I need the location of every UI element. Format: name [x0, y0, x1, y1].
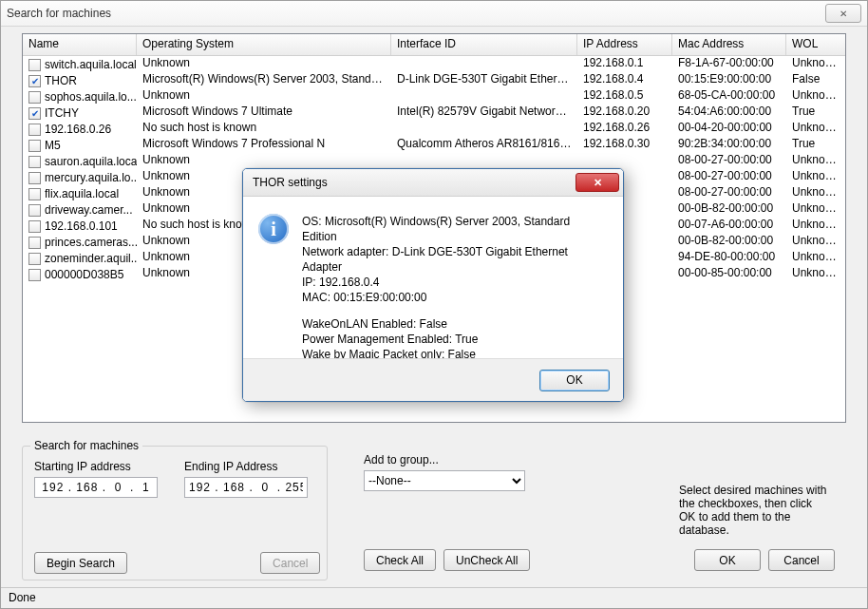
start-ip-input[interactable]: [34, 477, 158, 498]
cell-name: ✔THOR: [23, 72, 137, 88]
cell-ip: 192.168.0.20: [577, 105, 672, 121]
help-text: Select desired machines with the checkbo…: [679, 484, 831, 537]
col-header-os[interactable]: Operating System: [137, 34, 391, 55]
cancel-search-button[interactable]: Cancel: [260, 552, 320, 574]
cell-mac: 54:04:A6:00:00:00: [672, 105, 786, 121]
cell-mac: 08-00-27-00:00:00: [672, 153, 786, 169]
row-checkbox[interactable]: [28, 237, 41, 249]
cell-wol: Unknown: [786, 88, 845, 105]
cell-wol: Unknown: [786, 121, 845, 137]
cell-wol: Unknown: [786, 169, 845, 185]
search-legend: Search for machines: [30, 439, 142, 452]
dialog-line-net: Network adapter: D-Link DGE-530T Gigabit…: [302, 244, 608, 275]
col-header-mac[interactable]: Mac Address: [672, 34, 786, 55]
row-checkbox[interactable]: ✔: [28, 107, 41, 120]
row-name-text: mercury.aquila.lo...: [45, 171, 137, 184]
cell-name: 000000D038B5: [23, 266, 137, 282]
table-row[interactable]: ✔ITCHYMicrosoft Windows 7 UltimateIntel(…: [23, 105, 845, 121]
cell-name: driveway.camer...: [23, 201, 137, 218]
cell-wol: True: [786, 137, 845, 153]
grid-header: Name Operating System Interface ID IP Ad…: [23, 34, 845, 56]
cell-name: sophos.aquila.lo...: [23, 88, 137, 105]
cell-name: 192.168.0.26: [23, 121, 137, 137]
cell-name: switch.aquila.local: [23, 56, 137, 72]
col-header-wol[interactable]: WOL: [786, 34, 845, 55]
table-row[interactable]: ✔THORMicrosoft(R) Windows(R) Server 2003…: [23, 72, 845, 88]
row-name-text: 192.168.0.26: [45, 123, 111, 136]
cell-iface: [391, 153, 577, 169]
close-icon: ✕: [594, 177, 602, 189]
cell-wol: True: [786, 105, 845, 121]
add-to-group: Add to group... --None--: [364, 453, 525, 491]
add-group-select[interactable]: --None--: [364, 470, 525, 491]
dialog-title: THOR settings: [253, 176, 576, 189]
cell-os: Unknown: [137, 88, 391, 105]
col-header-name[interactable]: Name: [23, 34, 137, 55]
cell-name: M5: [23, 137, 137, 153]
row-checkbox[interactable]: [28, 188, 41, 200]
row-name-text: M5: [45, 139, 61, 152]
table-row[interactable]: sophos.aquila.lo...Unknown192.168.0.568-…: [23, 88, 845, 105]
cell-ip: 192.168.0.26: [577, 121, 672, 137]
cell-iface: D-Link DGE-530T Gigabit Ethernet Ad...: [391, 72, 577, 88]
cell-mac: 00-00-85-00:00:00: [672, 266, 786, 282]
cell-iface: [391, 56, 577, 72]
dialog-text: OS: Microsoft(R) Windows(R) Server 2003,…: [302, 214, 608, 362]
cell-os: Microsoft(R) Windows(R) Server 2003, Sta…: [137, 72, 391, 88]
row-checkbox[interactable]: ✔: [28, 75, 41, 87]
cell-ip: [577, 153, 672, 169]
row-checkbox[interactable]: [28, 140, 41, 152]
table-row[interactable]: sauron.aquila.localUnknown08-00-27-00:00…: [23, 153, 845, 169]
row-checkbox[interactable]: [28, 156, 41, 168]
row-name-text: 000000D038B5: [45, 268, 123, 281]
row-name-text: switch.aquila.local: [45, 58, 137, 71]
row-checkbox[interactable]: [28, 220, 41, 233]
end-ip-input[interactable]: [184, 477, 308, 498]
check-all-button[interactable]: Check All: [364, 549, 436, 571]
cell-ip: 192.168.0.30: [577, 137, 672, 153]
table-row[interactable]: switch.aquila.localUnknown192.168.0.1F8-…: [23, 56, 845, 72]
row-checkbox[interactable]: [28, 269, 41, 281]
cell-mac: 94-DE-80-00:00:00: [672, 250, 786, 266]
row-name-text: zoneminder.aquil...: [45, 252, 137, 265]
row-name-text: THOR: [45, 74, 77, 87]
row-checkbox[interactable]: [28, 172, 41, 184]
window-close-button[interactable]: ✕: [825, 4, 861, 23]
table-row[interactable]: M5Microsoft Windows 7 Professional NQual…: [23, 137, 845, 153]
cell-wol: Unknown: [786, 234, 845, 250]
cell-name: mercury.aquila.lo...: [23, 169, 137, 185]
ok-button[interactable]: OK: [694, 549, 761, 571]
cell-wol: Unknown: [786, 185, 845, 201]
info-icon: i: [258, 214, 289, 244]
row-checkbox[interactable]: [28, 91, 41, 104]
row-checkbox[interactable]: [28, 59, 41, 71]
row-name-text: sauron.aquila.local: [45, 155, 137, 168]
cell-mac: 68-05-CA-00:00:00: [672, 88, 786, 105]
col-header-ip[interactable]: IP Address: [577, 34, 672, 55]
dialog-line-ip: IP: 192.168.0.4: [302, 275, 608, 290]
row-name-text: ITCHY: [45, 106, 79, 120]
cell-wol: Unknown: [786, 201, 845, 218]
cell-mac: 00-07-A6-00:00:00: [672, 218, 786, 234]
table-row[interactable]: 192.168.0.26No such host is known192.168…: [23, 121, 845, 137]
cell-name: 192.168.0.101: [23, 218, 137, 234]
uncheck-all-button[interactable]: UnCheck All: [443, 549, 530, 571]
cancel-button[interactable]: Cancel: [768, 549, 835, 571]
cell-iface: [391, 121, 577, 137]
begin-search-button[interactable]: Begin Search: [34, 552, 127, 574]
cell-ip: 192.168.0.5: [577, 88, 672, 105]
cell-wol: Unknown: [786, 250, 845, 266]
row-name-text: flix.aquila.local: [45, 187, 119, 200]
thor-settings-dialog: THOR settings ✕ i OS: Microsoft(R) Windo…: [242, 168, 624, 402]
col-header-iface[interactable]: Interface ID: [391, 34, 577, 55]
cell-ip: 192.168.0.1: [577, 56, 672, 72]
row-checkbox[interactable]: [28, 204, 41, 217]
dialog-close-button[interactable]: ✕: [576, 173, 619, 192]
cell-wol: False: [786, 72, 845, 88]
cell-iface: Qualcomm Atheros AR8161/8165 PCI...: [391, 137, 577, 153]
row-checkbox[interactable]: [28, 253, 41, 265]
dialog-ok-button[interactable]: OK: [539, 370, 610, 391]
row-name-text: driveway.camer...: [45, 203, 132, 217]
row-checkbox[interactable]: [28, 124, 41, 136]
dialog-line-mac: MAC: 00:15:E9:00:00:00: [302, 290, 608, 305]
